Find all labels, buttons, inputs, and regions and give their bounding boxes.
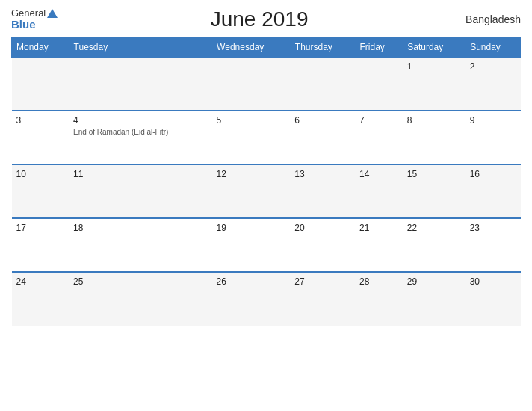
day-number: 15 bbox=[407, 169, 461, 179]
weekday-header-row: MondayTuesdayWednesdayThursdayFridaySatu… bbox=[12, 38, 521, 58]
calendar-cell: 29 bbox=[403, 272, 466, 326]
day-number: 10 bbox=[16, 169, 65, 179]
day-number: 9 bbox=[470, 115, 516, 126]
logo-triangle-icon bbox=[47, 9, 58, 18]
week-row-1: 12 bbox=[12, 57, 521, 111]
day-number: 30 bbox=[470, 276, 516, 287]
day-number: 1 bbox=[407, 61, 461, 72]
day-number: 2 bbox=[470, 61, 516, 72]
logo-general-text: General bbox=[11, 8, 58, 19]
day-number: 25 bbox=[73, 276, 208, 287]
day-number: 5 bbox=[217, 115, 286, 126]
logo-blue-text: Blue bbox=[11, 19, 58, 31]
calendar-cell: 8 bbox=[403, 111, 466, 164]
weekday-header-wednesday: Wednesday bbox=[212, 38, 291, 58]
calendar-cell: 17 bbox=[12, 218, 69, 272]
day-number: 19 bbox=[217, 223, 286, 233]
calendar-cell: 28 bbox=[355, 272, 403, 326]
day-number: 23 bbox=[470, 223, 516, 233]
calendar-cell: 18 bbox=[69, 218, 212, 272]
calendar-cell: 19 bbox=[212, 218, 291, 272]
calendar-container: General Blue June 2019 Bangladesh Monday… bbox=[0, 0, 532, 411]
logo: General Blue bbox=[11, 8, 58, 31]
weekday-header-friday: Friday bbox=[355, 38, 403, 58]
calendar-cell: 14 bbox=[355, 164, 403, 218]
calendar-cell: 2 bbox=[466, 57, 521, 111]
calendar-cell: 24 bbox=[12, 272, 69, 326]
day-number: 17 bbox=[16, 223, 65, 233]
day-number: 26 bbox=[217, 276, 286, 287]
calendar-cell: 3 bbox=[12, 111, 69, 164]
calendar-cell bbox=[355, 57, 403, 111]
day-number: 11 bbox=[73, 169, 208, 179]
day-number: 22 bbox=[407, 223, 461, 233]
day-number: 13 bbox=[294, 169, 350, 179]
week-row-4: 17181920212223 bbox=[12, 218, 521, 272]
calendar-cell: 20 bbox=[290, 218, 355, 272]
calendar-cell: 16 bbox=[466, 164, 521, 218]
weekday-header-thursday: Thursday bbox=[290, 38, 355, 58]
day-number: 21 bbox=[359, 223, 398, 233]
calendar-cell: 13 bbox=[290, 164, 355, 218]
weekday-header-monday: Monday bbox=[12, 38, 69, 58]
calendar-cell bbox=[69, 57, 212, 111]
calendar-cell: 27 bbox=[290, 272, 355, 326]
calendar-cell bbox=[290, 57, 355, 111]
day-number: 14 bbox=[359, 169, 398, 179]
day-number: 28 bbox=[359, 276, 398, 287]
calendar-cell: 25 bbox=[69, 272, 212, 326]
calendar-cell: 22 bbox=[403, 218, 466, 272]
day-number: 27 bbox=[294, 276, 350, 287]
calendar-cell: 4End of Ramadan (Eid al-Fitr) bbox=[69, 111, 212, 164]
calendar-cell: 21 bbox=[355, 218, 403, 272]
header: General Blue June 2019 Bangladesh bbox=[11, 7, 521, 31]
calendar-cell: 1 bbox=[403, 57, 466, 111]
calendar-cell: 30 bbox=[466, 272, 521, 326]
day-number: 20 bbox=[294, 223, 350, 233]
month-title: June 2019 bbox=[58, 7, 461, 31]
calendar-cell bbox=[212, 57, 291, 111]
calendar-cell bbox=[12, 57, 69, 111]
week-row-3: 10111213141516 bbox=[12, 164, 521, 218]
calendar-cell: 6 bbox=[290, 111, 355, 164]
week-row-5: 24252627282930 bbox=[12, 272, 521, 326]
weekday-header-tuesday: Tuesday bbox=[69, 38, 212, 58]
day-number: 3 bbox=[16, 115, 65, 126]
day-number: 18 bbox=[73, 223, 208, 233]
calendar-cell: 26 bbox=[212, 272, 291, 326]
weekday-header-saturday: Saturday bbox=[403, 38, 466, 58]
day-number: 24 bbox=[16, 276, 65, 287]
calendar-cell: 9 bbox=[466, 111, 521, 164]
week-row-2: 34End of Ramadan (Eid al-Fitr)56789 bbox=[12, 111, 521, 164]
day-number: 12 bbox=[217, 169, 286, 179]
day-number: 8 bbox=[407, 115, 461, 126]
calendar-cell: 7 bbox=[355, 111, 403, 164]
calendar-cell: 23 bbox=[466, 218, 521, 272]
weekday-header-sunday: Sunday bbox=[466, 38, 521, 58]
calendar-table: MondayTuesdayWednesdayThursdayFridaySatu… bbox=[11, 37, 521, 326]
day-number: 29 bbox=[407, 276, 461, 287]
calendar-cell: 10 bbox=[12, 164, 69, 218]
event-text: End of Ramadan (Eid al-Fitr) bbox=[73, 127, 208, 137]
calendar-cell: 12 bbox=[212, 164, 291, 218]
calendar-cell: 15 bbox=[403, 164, 466, 218]
day-number: 16 bbox=[470, 169, 516, 179]
day-number: 6 bbox=[294, 115, 350, 126]
calendar-cell: 11 bbox=[69, 164, 212, 218]
calendar-cell: 5 bbox=[212, 111, 291, 164]
day-number: 7 bbox=[359, 115, 398, 126]
country-label: Bangladesh bbox=[461, 13, 521, 25]
day-number: 4 bbox=[73, 115, 208, 126]
